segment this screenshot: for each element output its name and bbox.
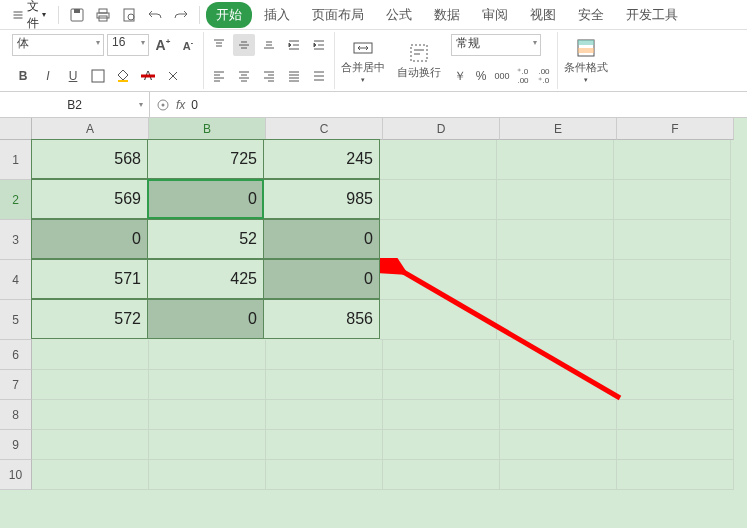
cell-F8[interactable] [617, 400, 734, 430]
cell-A6[interactable] [32, 340, 149, 370]
cell-C2[interactable]: 985 [263, 179, 380, 219]
tab-security[interactable]: 安全 [568, 2, 614, 28]
cell-B9[interactable] [149, 430, 266, 460]
cell-E8[interactable] [500, 400, 617, 430]
column-header-E[interactable]: E [500, 118, 617, 140]
cell-A10[interactable] [32, 460, 149, 490]
tab-home[interactable]: 开始 [206, 2, 252, 28]
cell-D7[interactable] [383, 370, 500, 400]
cell-E9[interactable] [500, 430, 617, 460]
cell-E2[interactable] [497, 180, 614, 220]
cell-A9[interactable] [32, 430, 149, 460]
currency-icon[interactable]: ￥ [451, 65, 469, 87]
undo-icon[interactable] [143, 3, 167, 27]
cell-C3[interactable]: 0 [263, 219, 380, 259]
tab-formula[interactable]: 公式 [376, 2, 422, 28]
align-center-icon[interactable] [233, 65, 255, 87]
decrease-decimal-icon[interactable]: .00⁺.0 [535, 65, 553, 87]
bold-icon[interactable]: B [12, 65, 34, 87]
cell-E4[interactable] [497, 260, 614, 300]
align-left-icon[interactable] [208, 65, 230, 87]
cell-D2[interactable] [380, 180, 497, 220]
cell-C6[interactable] [266, 340, 383, 370]
cell-F9[interactable] [617, 430, 734, 460]
percent-icon[interactable]: % [472, 65, 490, 87]
cell-A8[interactable] [32, 400, 149, 430]
cell-F2[interactable] [614, 180, 731, 220]
formula-value[interactable]: 0 [191, 98, 198, 112]
cell-F1[interactable] [614, 140, 731, 180]
border-icon[interactable] [87, 65, 109, 87]
cell-A5[interactable]: 572 [31, 299, 148, 339]
comma-style-icon[interactable]: 000 [493, 65, 511, 87]
cell-C9[interactable] [266, 430, 383, 460]
column-header-B[interactable]: B [149, 118, 266, 140]
align-right-icon[interactable] [258, 65, 280, 87]
align-top-icon[interactable] [208, 34, 230, 56]
cell-B6[interactable] [149, 340, 266, 370]
cell-B3[interactable]: 52 [147, 219, 264, 259]
fill-color-icon[interactable] [112, 65, 134, 87]
cell-C1[interactable]: 245 [263, 139, 380, 179]
cell-B4[interactable]: 425 [147, 259, 264, 299]
column-header-D[interactable]: D [383, 118, 500, 140]
select-all-corner[interactable] [0, 118, 32, 140]
cell-E1[interactable] [497, 140, 614, 180]
tab-review[interactable]: 审阅 [472, 2, 518, 28]
indent-increase-icon[interactable] [308, 34, 330, 56]
fx-label[interactable]: fx [176, 98, 185, 112]
cell-D1[interactable] [380, 140, 497, 180]
row-header-8[interactable]: 8 [0, 400, 32, 430]
row-header-4[interactable]: 4 [0, 260, 32, 300]
column-header-F[interactable]: F [617, 118, 734, 140]
cell-D10[interactable] [383, 460, 500, 490]
column-header-A[interactable]: A [32, 118, 149, 140]
cell-A3[interactable]: 0 [31, 219, 148, 259]
row-header-1[interactable]: 1 [0, 140, 32, 180]
file-menu[interactable]: 文件 ▾ [6, 0, 52, 34]
align-bottom-icon[interactable] [258, 34, 280, 56]
tab-data[interactable]: 数据 [424, 2, 470, 28]
cell-E3[interactable] [497, 220, 614, 260]
cell-E5[interactable] [497, 300, 614, 340]
align-middle-icon[interactable] [233, 34, 255, 56]
cell-C4[interactable]: 0 [263, 259, 380, 299]
cell-A2[interactable]: 569 [31, 179, 148, 219]
redo-icon[interactable] [169, 3, 193, 27]
font-family-select[interactable]: 体 [12, 34, 104, 56]
cell-B7[interactable] [149, 370, 266, 400]
wrap-text-button[interactable]: 自动换行 [391, 32, 447, 89]
cell-C10[interactable] [266, 460, 383, 490]
spreadsheet-grid[interactable]: ABCDEF 12345678910 568725245569098505205… [0, 118, 747, 528]
trace-icon[interactable] [156, 98, 170, 112]
cell-E6[interactable] [500, 340, 617, 370]
italic-icon[interactable]: I [37, 65, 59, 87]
cell-D8[interactable] [383, 400, 500, 430]
tab-insert[interactable]: 插入 [254, 2, 300, 28]
name-box[interactable]: B2 [0, 92, 150, 117]
cell-F5[interactable] [614, 300, 731, 340]
cell-D4[interactable] [380, 260, 497, 300]
row-header-10[interactable]: 10 [0, 460, 32, 490]
indent-decrease-icon[interactable] [283, 34, 305, 56]
tab-view[interactable]: 视图 [520, 2, 566, 28]
underline-icon[interactable]: U [62, 65, 84, 87]
cell-F10[interactable] [617, 460, 734, 490]
cell-A1[interactable]: 568 [31, 139, 148, 179]
font-color-icon[interactable]: A [137, 65, 159, 87]
save-icon[interactable] [65, 3, 89, 27]
cells-area[interactable]: 5687252455690985052057142505720856 [32, 140, 734, 490]
tab-developer[interactable]: 开发工具 [616, 2, 688, 28]
cell-F4[interactable] [614, 260, 731, 300]
cell-B8[interactable] [149, 400, 266, 430]
cell-A7[interactable] [32, 370, 149, 400]
cell-F7[interactable] [617, 370, 734, 400]
cell-A4[interactable]: 571 [31, 259, 148, 299]
cell-F6[interactable] [617, 340, 734, 370]
row-header-9[interactable]: 9 [0, 430, 32, 460]
cell-D5[interactable] [380, 300, 497, 340]
increase-decimal-icon[interactable]: ⁺.0.00 [514, 65, 532, 87]
increase-font-icon[interactable]: A+ [152, 34, 174, 56]
column-header-C[interactable]: C [266, 118, 383, 140]
cell-E7[interactable] [500, 370, 617, 400]
